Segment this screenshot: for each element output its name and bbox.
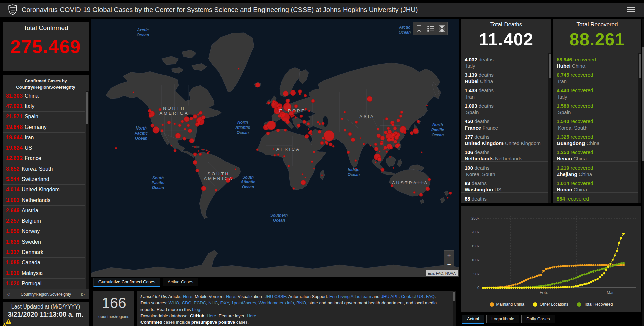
- svg-text:NorthPacificOcean: NorthPacificOcean: [135, 126, 148, 141]
- confirmed-country-row[interactable]: 47.021Italy: [3, 101, 85, 112]
- info-link[interactable]: blog: [192, 307, 200, 312]
- map-tab-active-cases[interactable]: Active Cases: [163, 278, 198, 286]
- info-link[interactable]: Here: [207, 313, 216, 318]
- info-link[interactable]: Worldometers.info: [259, 300, 294, 305]
- info-scrollbar[interactable]: [453, 291, 456, 326]
- recovered-row[interactable]: 1.250 recoveredHenan China: [553, 146, 638, 162]
- info-link[interactable]: BNO: [296, 300, 306, 305]
- info-link[interactable]: Contact US: [401, 294, 423, 299]
- confirmed-country-list[interactable]: 81.303China47.021Italy21.571Spain19.848G…: [3, 91, 85, 289]
- recovered-row[interactable]: 58.946 recoveredHubei China: [553, 53, 638, 69]
- confirmed-country-row[interactable]: 19.644Iran: [3, 133, 85, 143]
- confirmed-list-scrollbar[interactable]: [86, 91, 89, 289]
- deaths-row[interactable]: 4.032 deathsItaly: [461, 53, 548, 69]
- chart-tab-logarithmic[interactable]: Logarithmic: [486, 315, 519, 323]
- confirmed-country-row[interactable]: 81.303China: [3, 91, 85, 101]
- deaths-row[interactable]: 68 deathsGermany: [461, 193, 548, 203]
- chart-tab-daily-cases[interactable]: Daily Cases: [521, 315, 555, 323]
- svg-text:SouthernOcean: SouthernOcean: [270, 213, 288, 223]
- info-link[interactable]: WHO: [169, 300, 179, 305]
- confirmed-country-row[interactable]: 1.020Portugal: [3, 279, 85, 289]
- confirmed-country-row[interactable]: 8.652Korea, South: [3, 164, 85, 174]
- confirmed-country-row[interactable]: 19.848Germany: [3, 122, 85, 133]
- map-tabbar: Cumulative Confirmed CasesActive Cases: [93, 278, 198, 287]
- confirmed-country-row[interactable]: 2.649Austria: [3, 206, 85, 216]
- info-link[interactable]: NHC: [208, 300, 218, 305]
- page-scrollbar[interactable]: [642, 19, 644, 326]
- svg-text:NorthAtlanticOcean: NorthAtlanticOcean: [235, 120, 250, 135]
- recovered-row[interactable]: 984 recoveredAnhui China: [553, 193, 638, 203]
- bookmark-icon[interactable]: [413, 22, 425, 35]
- covid-dashboard: Coronavirus COVID-19 Global Cases by the…: [0, 0, 644, 326]
- info-link[interactable]: DXY: [220, 300, 229, 305]
- recovered-row[interactable]: 1.540 recoveredKorea, South: [553, 115, 638, 131]
- confirmed-country-row[interactable]: 1.030Malaysia: [3, 268, 85, 279]
- info-link[interactable]: Here: [247, 313, 256, 318]
- info-link[interactable]: 1point3acres: [231, 300, 256, 305]
- deaths-row[interactable]: 1.433 deathsIran: [461, 84, 548, 100]
- deaths-row[interactable]: 3.139 deathsHubei China: [461, 69, 548, 84]
- info-link[interactable]: JHU CSSE: [265, 294, 286, 299]
- menu-icon[interactable]: [627, 7, 635, 12]
- svg-text:200k: 200k: [471, 230, 479, 234]
- warning-icon: !: [1, 323, 8, 326]
- confirmed-country-row[interactable]: 1.337Denmark: [3, 247, 85, 258]
- zoom-out-button[interactable]: −: [444, 260, 454, 269]
- info-link[interactable]: ECDC: [194, 300, 206, 305]
- deaths-row[interactable]: 106 deathsNetherlands Netherlands: [461, 146, 548, 162]
- svg-text:Feb.: Feb.: [540, 290, 548, 295]
- recovered-row[interactable]: 1.588 recoveredSpain: [553, 100, 638, 115]
- deaths-row[interactable]: 83 deathsWashington US: [461, 177, 548, 193]
- svg-text:AUSTRALIA: AUSTRALIA: [392, 180, 428, 185]
- recovered-row[interactable]: 4.440 recoveredItaly: [553, 84, 638, 100]
- confirmed-country-row[interactable]: 4.014United Kingdom: [3, 185, 85, 195]
- map-toolbar: [413, 22, 448, 35]
- zoom-in-button[interactable]: +: [444, 251, 454, 260]
- recovered-row[interactable]: 1.219 recoveredZhejiang China: [553, 162, 638, 177]
- legend-item[interactable]: Mainland China: [490, 302, 524, 307]
- confirmed-country-row[interactable]: 1.959Norway: [3, 226, 85, 237]
- total-recovered-value: 88.261: [553, 29, 641, 49]
- deaths-scrollbar[interactable]: [548, 53, 551, 203]
- confirmed-by-country-panel: Confirmed Cases by Country/Region/Sovere…: [3, 75, 89, 299]
- recovered-list[interactable]: 58.946 recoveredHubei China6.745 recover…: [553, 53, 638, 203]
- recovered-row[interactable]: 1.325 recoveredGuangdong China: [553, 131, 638, 146]
- chart-tab-actual[interactable]: Actual: [462, 315, 484, 324]
- legend-dot-icon: [533, 302, 537, 307]
- deaths-list[interactable]: 4.032 deathsItaly3.139 deathsHubei China…: [461, 53, 548, 203]
- confirmed-country-row[interactable]: 12.632France: [3, 153, 85, 164]
- pager-prev-icon[interactable]: ◁: [7, 289, 10, 299]
- info-link[interactable]: Here: [226, 294, 235, 299]
- cases-chart[interactable]: 050k100k150k200k250kFeb.Mar.: [461, 206, 641, 301]
- confirmed-country-row[interactable]: 19.624US: [3, 143, 85, 153]
- svg-text:NorthPacificOcean: NorthPacificOcean: [431, 122, 444, 137]
- confirmed-country-row[interactable]: 2.257Belgium: [3, 216, 85, 226]
- legend-item[interactable]: Total Recovered: [577, 302, 613, 307]
- map-tab-cumulative-confirmed-cases[interactable]: Cumulative Confirmed Cases: [93, 278, 160, 287]
- info-link[interactable]: JHU APL: [381, 294, 399, 299]
- legend-list-icon[interactable]: [425, 22, 436, 35]
- svg-text:ArcticOcean: ArcticOcean: [137, 28, 149, 37]
- recovered-scrollbar[interactable]: [638, 53, 641, 203]
- svg-text:Mar.: Mar.: [607, 290, 614, 295]
- basemap-gallery-icon[interactable]: [436, 22, 447, 35]
- info-link[interactable]: CDC: [182, 300, 191, 305]
- info-link[interactable]: FAQ: [426, 294, 435, 299]
- info-link[interactable]: Here: [183, 294, 192, 299]
- pager-next-icon[interactable]: ▷: [81, 289, 85, 299]
- deaths-row[interactable]: 100 deathsKorea, South: [461, 162, 548, 177]
- recovered-row[interactable]: 6.745 recoveredIran: [553, 69, 638, 84]
- confirmed-country-row[interactable]: 21.571Spain: [3, 112, 85, 122]
- legend-item[interactable]: Other Locations: [533, 302, 568, 307]
- deaths-row[interactable]: 177 deathsUnited Kingdom United Kingdom: [461, 131, 548, 146]
- deaths-row[interactable]: 450 deathsFrance France: [461, 115, 548, 131]
- total-deaths-value: 11.402: [461, 29, 551, 49]
- confirmed-country-row[interactable]: 3.003Netherlands: [3, 195, 85, 206]
- info-link[interactable]: Esri Living Atlas team: [329, 294, 371, 299]
- confirmed-country-row[interactable]: 5.544Switzerland: [3, 174, 85, 185]
- deaths-row[interactable]: 1.093 deathsSpain: [461, 100, 548, 115]
- recovered-row[interactable]: 1.014 recoveredHunan China: [553, 177, 638, 193]
- world-map[interactable]: ArcticOceanArcticOceanNorthPacificOceanN…: [91, 19, 459, 277]
- confirmed-country-row[interactable]: 1.085Canada: [3, 258, 85, 268]
- confirmed-country-row[interactable]: 1.639Sweden: [3, 237, 85, 247]
